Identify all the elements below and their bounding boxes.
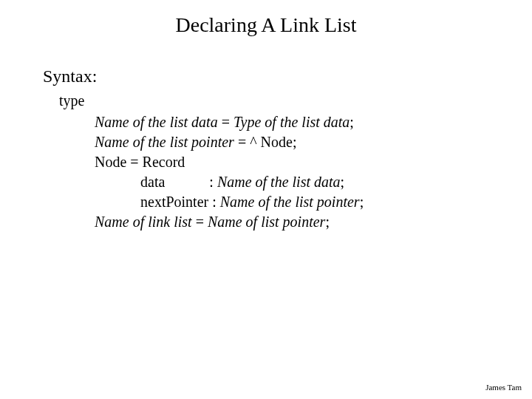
- code-text: ;: [360, 194, 364, 210]
- code-text: Type of the list data: [233, 114, 349, 130]
- slide: Declaring A Link List Syntax: type Name …: [0, 0, 532, 399]
- code-text: =: [192, 214, 208, 230]
- code-text: ;: [341, 174, 345, 190]
- code-text: Name of the list pointer: [220, 194, 360, 210]
- syntax-label: Syntax:: [43, 66, 502, 86]
- code-line-4: data : Name of the list data;: [140, 172, 502, 192]
- code-line-3: Node = Record: [95, 152, 502, 172]
- code-text: nextPointer :: [140, 194, 220, 210]
- code-text: Node = Record: [95, 154, 185, 170]
- code-text: =: [218, 114, 233, 130]
- slide-title: Declaring A Link List: [0, 13, 532, 37]
- code-line-1: Name of the list data = Type of the list…: [95, 112, 502, 132]
- code-line-6: Name of link list = Name of list pointer…: [95, 212, 502, 232]
- code-text: Name of the list data: [217, 174, 341, 190]
- code-line-5: nextPointer : Name of the list pointer;: [140, 192, 502, 212]
- slide-body: Syntax: type Name of the list data = Typ…: [43, 66, 502, 232]
- code-text: = ^ Node;: [234, 134, 297, 150]
- code-text: Name of the list pointer: [95, 134, 234, 150]
- code-line-2: Name of the list pointer = ^ Node;: [95, 132, 502, 152]
- code-text: ;: [325, 214, 330, 230]
- code-text: data :: [140, 174, 217, 190]
- code-block: Name of the list data = Type of the list…: [95, 112, 502, 232]
- code-text: Name of list pointer: [208, 214, 325, 230]
- code-text: Name of the list data: [95, 114, 218, 130]
- footer-author: James Tam: [485, 383, 522, 392]
- code-text: Name of link list: [95, 214, 192, 230]
- type-keyword: type: [59, 92, 502, 109]
- code-text: ;: [349, 114, 354, 130]
